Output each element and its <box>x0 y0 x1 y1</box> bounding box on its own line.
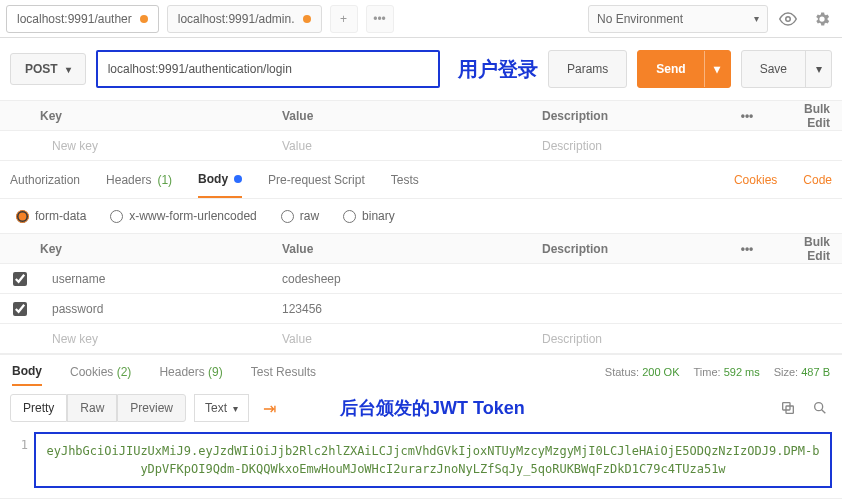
key-input[interactable]: New key <box>40 332 270 346</box>
resp-tab-body[interactable]: Body <box>12 358 42 386</box>
response-tabs: Body Cookies (2) Headers (9) Test Result… <box>0 354 842 388</box>
radio-form-data[interactable]: form-data <box>16 209 86 223</box>
svg-point-0 <box>786 16 791 21</box>
size-value: 487 B <box>801 366 830 378</box>
resp-tab-cookies[interactable]: Cookies (2) <box>70 365 131 379</box>
url-text: localhost:9991/authentication/login <box>108 62 292 76</box>
tab-prerequest[interactable]: Pre-request Script <box>268 161 365 198</box>
gear-icon[interactable] <box>808 5 836 33</box>
annotation-login: 用户登录 <box>458 56 538 83</box>
col-key: Key <box>0 242 270 256</box>
environment-select[interactable]: No Environment ▾ <box>588 5 768 33</box>
value-cell[interactable]: 123456 <box>270 302 530 316</box>
label: x-www-form-urlencoded <box>129 209 256 223</box>
params-button[interactable]: Params <box>548 50 627 88</box>
tab-title: localhost:9991/auther <box>17 12 132 26</box>
chevron-down-icon: ▾ <box>66 64 71 75</box>
search-icon[interactable] <box>808 396 832 420</box>
value-input[interactable]: Value <box>270 139 530 153</box>
view-pretty[interactable]: Pretty <box>10 394 67 422</box>
chevron-down-icon[interactable]: ▾ <box>805 51 831 87</box>
dot-icon <box>234 175 242 183</box>
desc-input[interactable]: Description <box>530 332 842 346</box>
label: Body <box>198 172 228 186</box>
tab-menu-button[interactable]: ••• <box>366 5 394 33</box>
annotation-jwt: 后台颁发的JWT Token <box>340 396 525 420</box>
value-cell[interactable]: codesheep <box>270 272 530 286</box>
radio-raw[interactable]: raw <box>281 209 319 223</box>
col-desc: Description <box>530 242 722 256</box>
status-label: Status: <box>605 366 639 378</box>
key-input[interactable]: New key <box>40 139 270 153</box>
status-value: 200 OK <box>642 366 679 378</box>
key-cell[interactable]: username <box>40 272 270 286</box>
radio-input[interactable] <box>281 210 294 223</box>
label: Tests <box>391 173 419 187</box>
tab-body[interactable]: Body <box>198 161 242 198</box>
tab-tests[interactable]: Tests <box>391 161 419 198</box>
new-tab-button[interactable]: + <box>330 5 358 33</box>
resp-tab-tests[interactable]: Test Results <box>251 365 316 379</box>
radio-input[interactable] <box>16 210 29 223</box>
response-toolbar: Pretty Raw Preview Text▾ ⇥ 后台颁发的JWT Toke… <box>0 388 842 428</box>
cookies-link[interactable]: Cookies <box>734 173 777 187</box>
col-value: Value <box>270 242 530 256</box>
resp-tab-headers[interactable]: Headers (9) <box>159 365 222 379</box>
copy-icon[interactable] <box>776 396 800 420</box>
time-value: 592 ms <box>724 366 760 378</box>
query-params-table: Key Value Description ••• Bulk Edit New … <box>0 101 842 161</box>
chevron-down-icon[interactable]: ▾ <box>704 51 730 87</box>
label: Headers <box>106 173 151 187</box>
method-label: POST <box>25 62 58 76</box>
tab-title: localhost:9991/admin. <box>178 12 295 26</box>
count: (2) <box>117 365 132 379</box>
label: Text <box>205 401 227 415</box>
bulk-edit-link[interactable]: Bulk Edit <box>772 102 842 130</box>
key-cell[interactable]: password <box>40 302 270 316</box>
bulk-edit-link[interactable]: Bulk Edit <box>772 235 842 263</box>
request-tab-1[interactable]: localhost:9991/auther <box>6 5 159 33</box>
time-label: Time: <box>693 366 720 378</box>
chevron-down-icon: ▾ <box>233 403 238 414</box>
top-bar: localhost:9991/auther localhost:9991/adm… <box>0 0 842 38</box>
menu-dots-icon[interactable]: ••• <box>722 242 772 256</box>
url-input[interactable]: localhost:9991/authentication/login <box>96 50 440 88</box>
radio-input[interactable] <box>343 210 356 223</box>
size-label: Size: <box>774 366 798 378</box>
label: Cookies <box>70 365 113 379</box>
save-button[interactable]: Save ▾ <box>741 50 832 88</box>
request-row: POST ▾ localhost:9991/authentication/log… <box>0 38 842 101</box>
status-block: Status: 200 OK Time: 592 ms Size: 487 B <box>605 366 830 378</box>
eye-icon[interactable] <box>774 5 802 33</box>
radio-binary[interactable]: binary <box>343 209 395 223</box>
radio-input[interactable] <box>110 210 123 223</box>
table-row[interactable]: password 123456 <box>0 294 842 324</box>
view-raw[interactable]: Raw <box>67 394 117 422</box>
row-checkbox[interactable] <box>13 302 27 316</box>
jwt-token-text: eyJhbGciOiJIUzUxMiJ9.eyJzdWIiOiJjb2Rlc2h… <box>34 432 832 488</box>
request-subtabs: Authorization Headers(1) Body Pre-reques… <box>0 161 842 199</box>
new-row[interactable]: New key Value Description <box>0 324 842 354</box>
content-type-select[interactable]: Text▾ <box>194 394 249 422</box>
label: Authorization <box>10 173 80 187</box>
request-tab-2[interactable]: localhost:9991/admin. <box>167 5 322 33</box>
unsaved-dot-icon <box>140 15 148 23</box>
row-checkbox[interactable] <box>13 272 27 286</box>
new-row[interactable]: New key Value Description <box>0 131 842 161</box>
view-preview[interactable]: Preview <box>117 394 186 422</box>
value-input[interactable]: Value <box>270 332 530 346</box>
svg-point-3 <box>815 403 823 411</box>
label: binary <box>362 209 395 223</box>
radio-urlencoded[interactable]: x-www-form-urlencoded <box>110 209 256 223</box>
send-button[interactable]: Send ▾ <box>637 50 730 88</box>
tab-headers[interactable]: Headers(1) <box>106 161 172 198</box>
table-row[interactable]: username codesheep <box>0 264 842 294</box>
wrap-icon[interactable]: ⇥ <box>259 395 280 422</box>
menu-dots-icon[interactable]: ••• <box>722 109 772 123</box>
method-select[interactable]: POST ▾ <box>10 53 86 85</box>
tab-authorization[interactable]: Authorization <box>10 161 80 198</box>
unsaved-dot-icon <box>303 15 311 23</box>
desc-input[interactable]: Description <box>530 139 842 153</box>
code-link[interactable]: Code <box>803 173 832 187</box>
col-key: Key <box>0 109 270 123</box>
